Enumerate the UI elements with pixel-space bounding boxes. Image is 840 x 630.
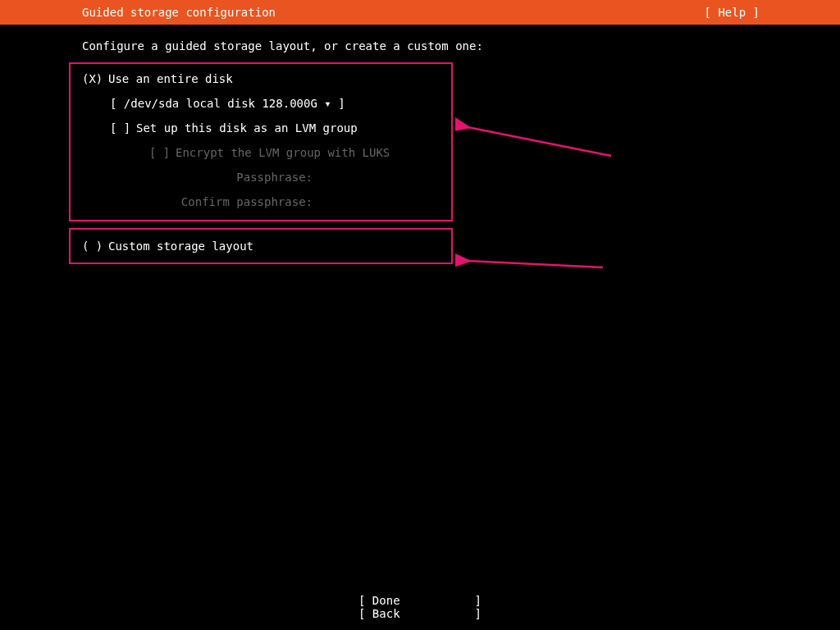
passphrase-label: Passphrase:: [82, 171, 316, 184]
disk-bracket-close: ]: [331, 97, 345, 110]
use-entire-disk-row[interactable]: (X) Use an entire disk: [71, 72, 451, 85]
annotation-arrow-1: [455, 107, 619, 164]
annotation-arrow-2: [455, 243, 611, 284]
svg-line-3: [468, 261, 603, 267]
entire-disk-option-box: (X) Use an entire disk [ /dev/sda local …: [69, 62, 453, 221]
page-title: Guided storage configuration: [82, 6, 276, 19]
footer-buttons: [ Done] [ Back]: [0, 594, 840, 620]
disk-select-value: /dev/sda local disk 128.000G: [116, 97, 324, 110]
luks-label: Encrypt the LVM group with LUKS: [176, 146, 390, 159]
content-area: Configure a guided storage layout, or cr…: [0, 25, 840, 264]
lvm-checkbox[interactable]: [ ]: [110, 121, 136, 135]
custom-layout-label: Custom storage layout: [108, 240, 253, 253]
custom-layout-option-box: ( ) Custom storage layout: [69, 228, 453, 264]
passphrase-row: Passphrase:: [71, 171, 451, 184]
custom-layout-radio[interactable]: ( ): [82, 240, 108, 253]
lvm-label: Set up this disk as an LVM group: [136, 121, 358, 135]
header-bar: Guided storage configuration [ Help ]: [0, 0, 840, 25]
confirm-passphrase-label: Confirm passphrase:: [82, 195, 316, 208]
luks-checkbox: [ ]: [149, 146, 176, 159]
instruction-text: Configure a guided storage layout, or cr…: [82, 39, 840, 52]
custom-layout-row[interactable]: ( ) Custom storage layout: [71, 240, 451, 253]
use-entire-disk-label: Use an entire disk: [108, 72, 233, 85]
lvm-row[interactable]: [ ] Set up this disk as an LVM group: [71, 121, 451, 135]
svg-line-1: [468, 127, 611, 156]
disk-select-row[interactable]: [ /dev/sda local disk 128.000G ▾ ]: [71, 97, 451, 110]
done-button[interactable]: [ Done]: [358, 594, 482, 607]
chevron-down-icon[interactable]: ▾: [324, 97, 331, 110]
confirm-passphrase-row: Confirm passphrase:: [71, 195, 451, 208]
luks-row: [ ] Encrypt the LVM group with LUKS: [71, 146, 451, 159]
back-button[interactable]: [ Back]: [358, 607, 482, 620]
use-entire-disk-radio[interactable]: (X): [82, 72, 108, 85]
help-button[interactable]: [ Help ]: [705, 6, 760, 19]
